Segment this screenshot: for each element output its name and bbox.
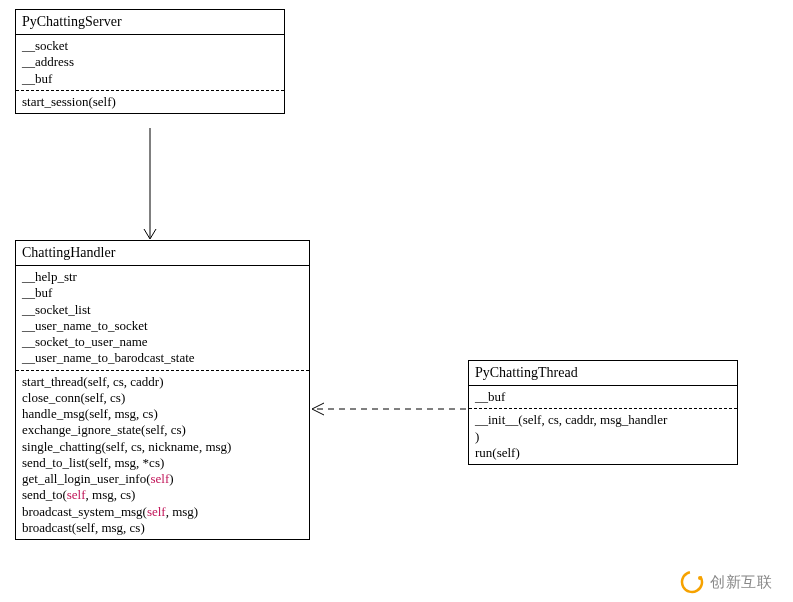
class-name: ChattingHandler [16,241,309,266]
method: start_thread(self, cs, caddr) [22,374,303,390]
brand-icon [680,570,704,594]
class-chattinghandler: ChattingHandler __help_str __buf __socke… [15,240,310,540]
methods-section: __init__(self, cs, caddr, msg_handler ) … [469,409,737,464]
method-text: get_all_login_user_info( [22,471,151,486]
class-pychattingthread: PyChattingThread __buf __init__(self, cs… [468,360,738,465]
attributes-section: __help_str __buf __socket_list __user_na… [16,266,309,371]
attribute: __user_name_to_socket [22,318,303,334]
self-keyword: self [67,487,86,502]
class-name: PyChattingThread [469,361,737,386]
method-text: , msg, cs) [86,487,136,502]
attribute: __buf [475,389,731,405]
methods-section: start_session(self) [16,91,284,113]
self-keyword: self [147,504,166,519]
methods-section: start_thread(self, cs, caddr) close_conn… [16,371,309,540]
attribute: __buf [22,285,303,301]
method: close_conn(self, cs) [22,390,303,406]
method-text: send_to( [22,487,67,502]
method: send_to(self, msg, cs) [22,487,303,503]
method: exchange_ignore_state(self, cs) [22,422,303,438]
class-name: PyChattingServer [16,10,284,35]
method: broadcast_system_msg(self, msg) [22,504,303,520]
attributes-section: __socket __address __buf [16,35,284,91]
method-text: broadcast_system_msg( [22,504,147,519]
class-pychattingserver: PyChattingServer __socket __address __bu… [15,9,285,114]
method: run(self) [475,445,731,461]
watermark: 创新互联 [680,570,772,594]
attribute: __user_name_to_barodcast_state [22,350,303,366]
svg-point-3 [698,576,702,580]
attribute: __socket [22,38,278,54]
attribute: __socket_list [22,302,303,318]
method: __init__(self, cs, caddr, msg_handler [475,412,731,428]
watermark-text: 创新互联 [710,573,772,592]
method: broadcast(self, msg, cs) [22,520,303,536]
attribute: __socket_to_user_name [22,334,303,350]
method-text: ) [169,471,173,486]
method: send_to_list(self, msg, *cs) [22,455,303,471]
method: get_all_login_user_info(self) [22,471,303,487]
attributes-section: __buf [469,386,737,409]
attribute: __buf [22,71,278,87]
attribute: __address [22,54,278,70]
method: ) [475,429,731,445]
method: handle_msg(self, msg, cs) [22,406,303,422]
attribute: __help_str [22,269,303,285]
method: single_chatting(self, cs, nickname, msg) [22,439,303,455]
svg-point-2 [680,570,704,594]
method-text: , msg) [166,504,199,519]
self-keyword: self [151,471,170,486]
method: start_session(self) [22,94,278,110]
